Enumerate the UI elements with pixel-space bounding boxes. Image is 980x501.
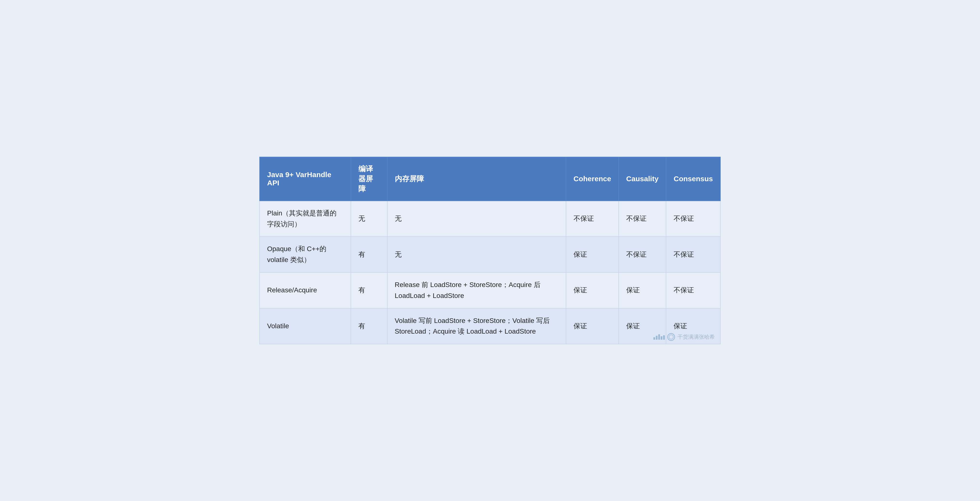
table-row: Volatile有Volatile 写前 LoadStore + StoreSt… — [259, 308, 721, 344]
col-header-compiler: 编译器屏障 — [351, 157, 387, 201]
cell-api: Release/Acquire — [259, 273, 351, 308]
cell-api: Volatile — [259, 308, 351, 344]
watermark-bar-icon — [654, 335, 665, 340]
cell-compiler: 有 — [351, 236, 387, 273]
cell-causality: 不保证 — [619, 236, 666, 273]
cell-compiler: 有 — [351, 308, 387, 344]
col-header-coherence: Coherence — [566, 157, 619, 201]
cell-compiler: 有 — [351, 273, 387, 308]
cell-coherence: 保证 — [566, 273, 619, 308]
cell-memory: Volatile 写前 LoadStore + StoreStore；Volat… — [387, 308, 566, 344]
col-header-api: Java 9+ VarHandle API — [259, 157, 351, 201]
cell-causality: 不保证 — [619, 201, 666, 237]
cell-api: Plain（其实就是普通的字段访问） — [259, 201, 351, 237]
cell-compiler: 无 — [351, 201, 387, 237]
header-row: Java 9+ VarHandle API 编译器屏障 内存屏障 Coheren… — [259, 157, 721, 201]
cell-consensus: 不保证 — [666, 236, 721, 273]
col-header-consensus: Consensus — [666, 157, 721, 201]
table-row: Release/Acquire有Release 前 LoadStore + St… — [259, 273, 721, 308]
cell-memory: Release 前 LoadStore + StoreStore；Acquire… — [387, 273, 566, 308]
cell-consensus: 不保证 — [666, 273, 721, 308]
cell-api: Opaque（和 C++的 volatile 类似） — [259, 236, 351, 273]
table-row: Plain（其实就是普通的字段访问）无无不保证不保证不保证 — [259, 201, 721, 237]
watermark-text: 干货满满张哈希 — [678, 333, 715, 341]
cell-coherence: 不保证 — [566, 201, 619, 237]
watermark-circle-icon — [667, 333, 675, 341]
cell-memory: 无 — [387, 236, 566, 273]
cell-coherence: 保证 — [566, 308, 619, 344]
table-wrapper: Java 9+ VarHandle API 编译器屏障 内存屏障 Coheren… — [259, 157, 721, 344]
cell-coherence: 保证 — [566, 236, 619, 273]
watermark: 干货满满张哈希 — [654, 333, 715, 341]
col-header-memory: 内存屏障 — [387, 157, 566, 201]
table-row: Opaque（和 C++的 volatile 类似）有无保证不保证不保证 — [259, 236, 721, 273]
varhandle-table: Java 9+ VarHandle API 编译器屏障 内存屏障 Coheren… — [259, 157, 721, 344]
cell-memory: 无 — [387, 201, 566, 237]
cell-consensus: 不保证 — [666, 201, 721, 237]
cell-causality: 保证 — [619, 273, 666, 308]
col-header-causality: Causality — [619, 157, 666, 201]
